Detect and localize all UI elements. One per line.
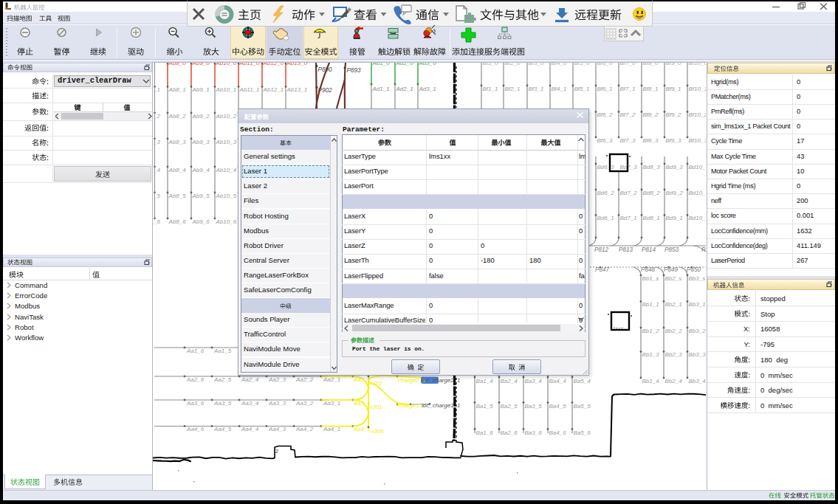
svg-text:Ab10_6: Ab10_6 <box>216 218 237 225</box>
svg-text:Bd7_2: Bd7_2 <box>620 190 638 196</box>
svg-text:Bf10_1: Bf10_1 <box>689 86 707 92</box>
svg-text:P902: P902 <box>318 87 333 94</box>
svg-text:Bf6_2: Bf6_2 <box>597 111 613 118</box>
svg-text:Aa4_5: Aa4_5 <box>213 426 232 432</box>
svg-text:Aa2_1: Aa2_1 <box>323 376 340 383</box>
svg-text:Bf5_1: Bf5_1 <box>574 86 590 92</box>
svg-text:Ab9_5: Ab9_5 <box>192 193 210 199</box>
svg-text:Bb1_s: Bb1_s <box>642 275 659 282</box>
svg-text:Bf1_0: Bf1_0 <box>483 63 498 66</box>
svg-text:Bb1_4: Bb1_4 <box>642 378 660 384</box>
svg-text:Ba2_6: Ba2_6 <box>501 429 518 436</box>
svg-text:_5: _5 <box>153 193 160 199</box>
svg-text:Ab10_3: Ab10_3 <box>216 139 237 145</box>
svg-text:Bf7_3: Bf7_3 <box>620 137 636 144</box>
svg-text:Ab10_1: Ab10_1 <box>216 86 237 93</box>
svg-text:Bf3_1: Bf3_1 <box>529 86 544 92</box>
svg-text:Aa1_5: Aa1_5 <box>213 348 232 354</box>
svg-text:2: 2 <box>275 449 278 454</box>
svg-text:Ab13_1: Ab13_1 <box>286 86 308 93</box>
svg-text:Ab10_4: Ab10_4 <box>216 167 237 173</box>
svg-text:Bd10_3: Bd10_3 <box>689 164 707 170</box>
svg-text:Ab9_3: Ab9_3 <box>192 139 210 145</box>
svg-text:Bd8_2: Bd8_2 <box>643 190 661 196</box>
svg-text:Bf2_1: Bf2_1 <box>505 86 521 92</box>
svg-text:Bf10_0: Bf10_0 <box>689 63 707 66</box>
svg-text:Ba2_5: Ba2_5 <box>501 403 518 410</box>
svg-text:Bf9_2: Bf9_2 <box>666 111 681 118</box>
svg-text:Aa3_s: Aa3_s <box>353 400 371 407</box>
svg-text:Aa4_3: Aa4_3 <box>268 426 286 432</box>
svg-text:Bb2_4: Bb2_4 <box>665 378 683 384</box>
svg-text:Ab8_2: Ab8_2 <box>168 113 187 120</box>
svg-text:Ab12_0: Ab12_0 <box>263 63 284 66</box>
svg-text:Bd10_1: Bd10_1 <box>689 215 707 221</box>
svg-text:Ba5_4: Ba5_4 <box>574 378 591 384</box>
svg-text:Aa4_6: Aa4_6 <box>186 426 205 432</box>
svg-text:Bf3_0: Bf3_0 <box>529 63 544 66</box>
svg-text:Bb3_4: Bb3_4 <box>689 378 707 384</box>
svg-text:Bb1_2: Bb1_2 <box>642 328 660 334</box>
svg-text:Bb2_1: Bb2_1 <box>665 301 682 308</box>
svg-text:Ab8_1: Ab8_1 <box>168 86 186 93</box>
svg-text:Aa3_3: Aa3_3 <box>268 400 286 407</box>
svg-text:Ba4_6: Ba4_6 <box>549 429 567 436</box>
svg-text:Ab8_5: Ab8_5 <box>168 193 187 199</box>
svg-text:Ab11_0: Ab11_0 <box>239 63 261 66</box>
svg-text:_1: _1 <box>153 86 160 93</box>
svg-text:Ab10_2: Ab10_2 <box>216 113 237 120</box>
svg-text:Aa2_s: Aa2_s <box>353 376 371 383</box>
svg-text:Bf9_0: Bf9_0 <box>666 63 681 66</box>
svg-text:Bb2_s: Bb2_s <box>665 275 682 282</box>
svg-text:Ab9_1: Ab9_1 <box>192 86 210 93</box>
svg-text:Bf8_3: Bf8_3 <box>643 137 659 144</box>
svg-text:Bf7_0: Bf7_0 <box>620 63 636 66</box>
svg-text:loc_charge2_1: loc_charge2_1 <box>422 377 460 384</box>
svg-text:Bf7_1: Bf7_1 <box>620 86 636 92</box>
svg-text:Bf7_2: Bf7_2 <box>620 111 636 118</box>
svg-text:Ba3_6: Ba3_6 <box>525 429 543 436</box>
svg-text:Bf8_1: Bf8_1 <box>643 86 659 92</box>
svg-text:Aa3_5: Aa3_5 <box>213 400 232 407</box>
svg-text:Ab8_0: Ab8_0 <box>168 63 187 66</box>
svg-text:Ab9_2: Ab9_2 <box>192 113 210 120</box>
svg-text:Ab12_1: Ab12_1 <box>263 86 284 93</box>
svg-text:Ba4_4: Ba4_4 <box>549 378 567 384</box>
svg-text:Ab8_3: Ab8_3 <box>168 139 187 145</box>
svg-text:_2: _2 <box>153 113 160 120</box>
svg-text:Ba5_5: Ba5_5 <box>574 403 591 410</box>
svg-text:P814: P814 <box>642 246 656 253</box>
svg-text:Bb2_2: Bb2_2 <box>665 328 683 334</box>
svg-text:Aa2_4: Aa2_4 <box>241 376 259 383</box>
svg-text:Ba3_5: Ba3_5 <box>525 403 543 410</box>
svg-text:Bd6_1: Bd6_1 <box>597 215 614 221</box>
svg-text:Ba5_6: Ba5_6 <box>574 429 591 436</box>
svg-text:Aa4_1: Aa4_1 <box>323 426 340 432</box>
svg-text:Aa4_4: Aa4_4 <box>241 426 259 432</box>
svg-text:P853: P853 <box>664 246 679 253</box>
svg-text:Ab11_1: Ab11_1 <box>239 86 260 93</box>
svg-text:P890: P890 <box>318 66 333 73</box>
svg-text:Bf4_1: Bf4_1 <box>552 86 567 92</box>
svg-text:Bf8_2: Bf8_2 <box>643 111 659 118</box>
svg-text:Ab10_0: Ab10_0 <box>216 63 237 66</box>
svg-text:n302: n302 <box>369 380 382 387</box>
svg-text:Bb3_1: Bb3_1 <box>689 301 706 308</box>
svg-text:P847: P847 <box>595 266 610 273</box>
svg-text:Aa3_1: Aa3_1 <box>323 400 340 407</box>
svg-text:Bd9_2: Bd9_2 <box>666 190 684 196</box>
svg-text:Ab8_6: Ab8_6 <box>168 218 187 225</box>
svg-text:Bf4_0: Bf4_0 <box>552 63 567 66</box>
svg-text:Aa2_3: Aa2_3 <box>268 376 286 383</box>
svg-text:Aa2_6: Aa2_6 <box>186 376 205 383</box>
svg-text:Bf6_1: Bf6_1 <box>597 86 613 92</box>
svg-text:Bf8_0: Bf8_0 <box>643 63 659 66</box>
svg-text:Ba1_4: Ba1_4 <box>476 378 494 384</box>
svg-text:P850: P850 <box>687 266 701 273</box>
svg-text:Ba4_5: Ba4_5 <box>549 403 567 410</box>
svg-text:Aa3_2: Aa3_2 <box>295 400 314 407</box>
svg-text:P848: P848 <box>641 266 656 273</box>
svg-text:Bd10_2: Bd10_2 <box>689 190 707 196</box>
svg-text:Ab9_0: Ab9_0 <box>192 63 210 66</box>
svg-text:Ad1_0: Ad1_0 <box>372 63 391 66</box>
